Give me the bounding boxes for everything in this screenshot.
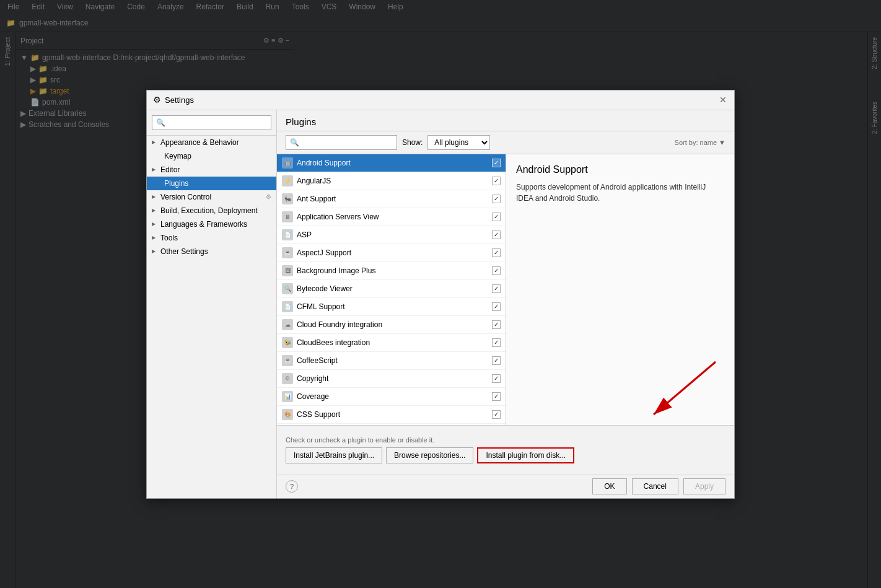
content-panel: Plugins Show: All plugins Installed Not … xyxy=(277,110,734,498)
detail-description: Supports development of Android applicat… xyxy=(516,182,724,204)
plugin-checkbox-bytecode[interactable]: ✓ xyxy=(492,284,501,293)
plugins-search-input[interactable] xyxy=(286,135,397,150)
browse-repos-button[interactable]: Browse repositories... xyxy=(386,447,473,463)
plugin-checkbox-coffeescript[interactable]: ✓ xyxy=(492,356,501,365)
nav-item-keymap[interactable]: Keymap xyxy=(147,149,276,163)
nav-item-editor-label: Editor xyxy=(160,165,180,174)
plugin-checkbox-cloudbees[interactable]: ✓ xyxy=(492,338,501,347)
plugin-item-css[interactable]: 🎨 CSS Support ✓ xyxy=(277,406,506,424)
plugin-icon-asp: 📄 xyxy=(282,229,293,240)
plugin-checkbox-cfml[interactable]: ✓ xyxy=(492,302,501,311)
plugin-name-angularjs: AngularJS xyxy=(297,177,488,185)
cancel-button[interactable]: Cancel xyxy=(632,478,678,494)
plugin-item-coffeescript[interactable]: ☕ CoffeeScript ✓ xyxy=(277,352,506,370)
dialog-body: Appearance & Behavior Keymap Editor Plug… xyxy=(147,110,734,498)
settings-dialog: ⚙ Settings ✕ Appearance & Behavior Keyma… xyxy=(146,90,735,499)
svg-line-0 xyxy=(654,362,716,415)
plugin-item-angularjs[interactable]: ⚡ AngularJS ✓ xyxy=(277,172,506,190)
nav-item-tools-label: Tools xyxy=(160,234,178,242)
nav-item-other[interactable]: Other Settings xyxy=(147,245,276,258)
plugin-item-appservers[interactable]: 🖥 Application Servers View ✓ xyxy=(277,208,506,226)
plugin-item-bytecode[interactable]: 🔍 Bytecode Viewer ✓ xyxy=(277,280,506,298)
plugin-checkbox-cloudfoundry[interactable]: ✓ xyxy=(492,320,501,329)
nav-item-version-control[interactable]: Version Control ⚙ xyxy=(147,190,276,204)
plugin-name-coverage: Coverage xyxy=(297,392,488,401)
nav-item-editor[interactable]: Editor xyxy=(147,163,276,177)
bottom-hint: Check or uncheck a plugin to enable or d… xyxy=(286,436,725,444)
plugin-checkbox-css[interactable]: ✓ xyxy=(492,410,501,419)
plugin-checkbox-appservers[interactable]: ✓ xyxy=(492,213,501,221)
apply-button[interactable]: Apply xyxy=(683,478,725,494)
plugin-item-cloudbees[interactable]: 🐝 CloudBees integration ✓ xyxy=(277,334,506,352)
plugin-name-ant: Ant Support xyxy=(297,195,488,203)
plugin-item-coverage[interactable]: 📊 Coverage ✓ xyxy=(277,388,506,406)
plugin-checkbox-ant[interactable]: ✓ xyxy=(492,195,501,203)
plugin-checkbox-angularjs[interactable]: ✓ xyxy=(492,177,501,185)
show-label: Show: xyxy=(402,138,423,147)
plugin-icon-coffeescript: ☕ xyxy=(282,355,293,366)
dialog-bottom: Check or uncheck a plugin to enable or d… xyxy=(277,425,734,475)
plugin-item-aspectj[interactable]: ☕ AspectJ Support ✓ xyxy=(277,244,506,262)
plugin-name-copyright: Copyright xyxy=(297,374,488,383)
plugin-icon-cloudbees: 🐝 xyxy=(282,337,293,348)
help-button[interactable]: ? xyxy=(286,480,298,493)
nav-item-plugins[interactable]: Plugins xyxy=(147,177,276,190)
plugin-name-coffeescript: CoffeeScript xyxy=(297,356,488,365)
plugin-name-aspectj: AspectJ Support xyxy=(297,248,488,257)
plugin-item-cloudfoundry[interactable]: ☁ Cloud Foundry integration ✓ xyxy=(277,316,506,334)
plugin-icon-cloudfoundry: ☁ xyxy=(282,319,293,330)
plugin-checkbox-aspectj[interactable]: ✓ xyxy=(492,248,501,257)
modal-overlay: ⚙ Settings ✕ Appearance & Behavior Keyma… xyxy=(0,0,881,588)
nav-search-input[interactable] xyxy=(152,115,271,130)
detail-title: Android Support xyxy=(516,164,724,175)
red-arrow-annotation xyxy=(604,356,728,425)
plugin-icon-android: 🤖 xyxy=(282,157,293,169)
nav-item-version-control-label: Version Control xyxy=(160,193,211,201)
plugin-checkbox-android[interactable]: ✓ xyxy=(492,159,501,167)
sort-label[interactable]: Sort by: name ▼ xyxy=(675,139,725,146)
plugin-icon-aspectj: ☕ xyxy=(282,247,293,258)
plugin-icon-bgimage: 🖼 xyxy=(282,265,293,276)
ok-button[interactable]: OK xyxy=(592,478,626,494)
plugin-name-android: Android Support xyxy=(297,159,488,167)
nav-item-keymap-label: Keymap xyxy=(164,152,191,160)
plugin-item-copyright[interactable]: © Copyright ✓ xyxy=(277,370,506,388)
plugin-icon-copyright: © xyxy=(282,373,293,384)
plugin-name-asp: ASP xyxy=(297,230,488,239)
install-jetbrains-button[interactable]: Install JetBrains plugin... xyxy=(286,447,382,463)
plugin-checkbox-bgimage[interactable]: ✓ xyxy=(492,266,501,275)
plugin-item-bgimage[interactable]: 🖼 Background Image Plus ✓ xyxy=(277,262,506,280)
plugin-item-asp[interactable]: 📄 ASP ✓ xyxy=(277,226,506,244)
plugin-icon-ant: 🐜 xyxy=(282,193,293,204)
show-dropdown[interactable]: All plugins Installed Not installed xyxy=(427,135,490,150)
plugin-item-android[interactable]: 🤖 Android Support ✓ xyxy=(277,154,506,172)
plugins-toolbar: Show: All plugins Installed Not installe… xyxy=(277,131,734,154)
plugins-title: Plugins xyxy=(286,116,316,127)
close-button[interactable]: ✕ xyxy=(718,95,728,105)
plugin-icon-appservers: 🖥 xyxy=(282,211,293,222)
plugins-list: 🤖 Android Support ✓ ⚡ AngularJS ✓ 🐜 Ant … xyxy=(277,154,506,425)
plugin-name-cfml: CFML Support xyxy=(297,302,488,311)
nav-item-tools[interactable]: Tools xyxy=(147,231,276,245)
nav-item-languages-label: Languages & Frameworks xyxy=(160,220,247,229)
plugin-name-cloudbees: CloudBees integration xyxy=(297,338,488,347)
dialog-footer: ? OK Cancel Apply xyxy=(277,475,734,498)
plugin-name-bgimage: Background Image Plus xyxy=(297,266,488,275)
nav-item-plugins-label: Plugins xyxy=(164,179,188,188)
plugin-item-cfml[interactable]: 📄 CFML Support ✓ xyxy=(277,298,506,316)
plugin-checkbox-asp[interactable]: ✓ xyxy=(492,230,501,239)
plugin-name-cloudfoundry: Cloud Foundry integration xyxy=(297,320,488,329)
nav-item-languages[interactable]: Languages & Frameworks xyxy=(147,217,276,231)
plugin-name-appservers: Application Servers View xyxy=(297,213,488,221)
plugin-checkbox-copyright[interactable]: ✓ xyxy=(492,374,501,383)
plugin-item-ant[interactable]: 🐜 Ant Support ✓ xyxy=(277,190,506,208)
plugin-name-css: CSS Support xyxy=(297,410,488,419)
plugin-icon-cfml: 📄 xyxy=(282,301,293,312)
install-from-disk-button[interactable]: Install plugin from disk... xyxy=(477,447,574,463)
nav-item-build[interactable]: Build, Execution, Deployment xyxy=(147,204,276,217)
plugins-split: 🤖 Android Support ✓ ⚡ AngularJS ✓ 🐜 Ant … xyxy=(277,154,734,425)
plugin-icon-bytecode: 🔍 xyxy=(282,283,293,294)
plugin-detail: Android Support Supports development of … xyxy=(506,154,734,425)
nav-item-appearance[interactable]: Appearance & Behavior xyxy=(147,136,276,149)
plugin-checkbox-coverage[interactable]: ✓ xyxy=(492,392,501,401)
